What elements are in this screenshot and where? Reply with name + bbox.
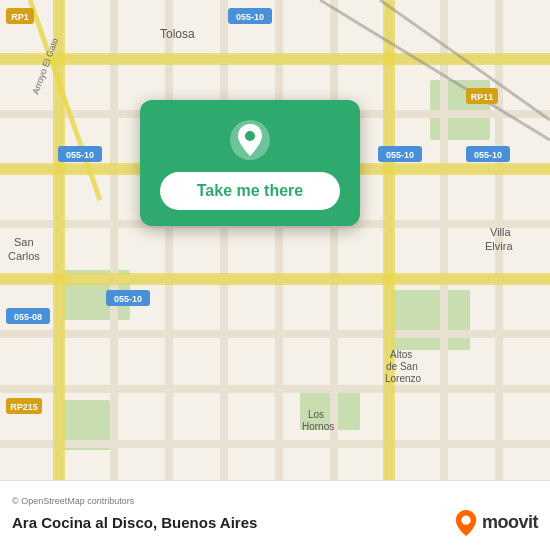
svg-text:Carlos: Carlos bbox=[8, 250, 40, 262]
svg-text:Los: Los bbox=[308, 409, 324, 420]
svg-rect-19 bbox=[330, 0, 338, 480]
svg-rect-2 bbox=[390, 290, 470, 350]
location-popup: Take me there bbox=[140, 100, 360, 226]
moovit-pin-icon bbox=[455, 510, 477, 536]
svg-rect-17 bbox=[220, 0, 228, 480]
svg-rect-15 bbox=[110, 0, 118, 480]
bottom-bar: © OpenStreetMap contributors Ara Cocina … bbox=[0, 480, 550, 550]
moovit-logo: moovit bbox=[455, 510, 538, 536]
svg-text:Altos: Altos bbox=[390, 349, 412, 360]
svg-text:RP11: RP11 bbox=[471, 92, 494, 102]
svg-rect-16 bbox=[165, 0, 173, 480]
svg-text:055-10: 055-10 bbox=[386, 150, 414, 160]
svg-text:055-10: 055-10 bbox=[236, 12, 264, 22]
svg-text:055-10: 055-10 bbox=[114, 294, 142, 304]
svg-text:055-08: 055-08 bbox=[14, 312, 42, 322]
svg-text:San: San bbox=[14, 236, 34, 248]
svg-text:Tolosa: Tolosa bbox=[160, 27, 195, 41]
svg-point-61 bbox=[245, 131, 255, 141]
take-me-there-button[interactable]: Take me there bbox=[160, 172, 340, 210]
svg-text:Villa: Villa bbox=[490, 226, 511, 238]
svg-rect-25 bbox=[0, 273, 550, 285]
svg-text:055-10: 055-10 bbox=[66, 150, 94, 160]
svg-point-62 bbox=[461, 515, 470, 524]
svg-text:RP1: RP1 bbox=[11, 12, 29, 22]
svg-text:de San: de San bbox=[386, 361, 418, 372]
svg-text:RP215: RP215 bbox=[10, 402, 38, 412]
svg-rect-27 bbox=[383, 0, 395, 480]
map-view[interactable]: Arroyo El Gato Tolosa San Carlos Villa E… bbox=[0, 0, 550, 480]
place-name: Ara Cocina al Disco, Buenos Aires bbox=[12, 514, 257, 531]
svg-rect-21 bbox=[440, 0, 448, 480]
svg-text:Lorenzo: Lorenzo bbox=[385, 373, 422, 384]
svg-text:Elvira: Elvira bbox=[485, 240, 513, 252]
svg-text:055-10: 055-10 bbox=[474, 150, 502, 160]
svg-rect-18 bbox=[275, 0, 283, 480]
svg-text:Hornos: Hornos bbox=[302, 421, 334, 432]
map-attribution: © OpenStreetMap contributors bbox=[12, 496, 538, 506]
location-pin-icon bbox=[228, 118, 272, 162]
moovit-brand-text: moovit bbox=[482, 512, 538, 533]
